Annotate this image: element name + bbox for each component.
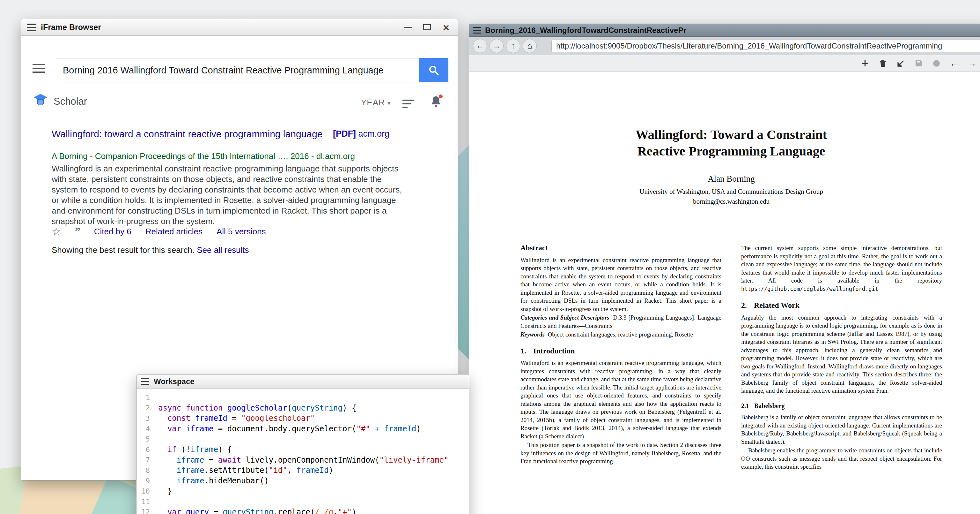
abstract-text: Wallingford is an experimental constrain… [520, 256, 721, 313]
code-line[interactable]: 10 } [137, 486, 469, 496]
block-button[interactable] [929, 57, 943, 70]
minimize-button[interactable] [403, 23, 413, 32]
window-titlebar[interactable]: iFrame Browser × [21, 19, 458, 36]
paper: Wallingford: Toward a Constraint Reactiv… [520, 72, 942, 471]
close-button[interactable]: × [441, 23, 451, 32]
line-number: 11 [137, 498, 158, 506]
line-number: 6 [137, 446, 158, 454]
categories-paragraph: Categories and Subject Descriptors D.3.3… [520, 313, 721, 330]
code-line[interactable]: 8 iframe.setAttribute("id", frameId) [137, 465, 469, 476]
next-page-button[interactable]: → [965, 57, 979, 70]
section-2-heading: 2.Related Work [741, 302, 942, 310]
window-title: Workspace [154, 377, 194, 386]
line-number: 10 [137, 487, 158, 495]
alerts-bell-icon[interactable] [431, 95, 442, 108]
url-input[interactable] [551, 40, 980, 53]
keywords-paragraph: Keywords Object constraint languages, re… [520, 330, 721, 339]
line-number: 4 [137, 425, 158, 433]
up-button[interactable]: ↑ [506, 39, 520, 53]
cite-quote-icon[interactable]: ” [75, 227, 80, 236]
delete-trash-button[interactable] [875, 57, 890, 70]
line-number: 9 [137, 477, 158, 485]
save-star-icon[interactable]: ☆ [52, 225, 61, 238]
code-line[interactable]: 11 [137, 496, 469, 507]
code-line[interactable]: 6 if (!iframe) { [137, 444, 469, 455]
section-1-paragraph: This position paper is a snapshot of the… [520, 441, 721, 466]
result-title-link[interactable]: Wallingford: toward a constraint reactiv… [52, 128, 329, 140]
filter-icon[interactable] [402, 100, 414, 108]
window-titlebar[interactable]: Borning_2016_WallingfordTowardConstraint… [469, 24, 980, 37]
right-column-paragraph: The current system supports some simple … [741, 244, 942, 293]
back-button[interactable]: ← [473, 39, 487, 53]
scholar-logo-icon[interactable] [33, 93, 48, 107]
pdf-tag: [PDF] [333, 129, 356, 139]
code-line[interactable]: 1 [137, 393, 469, 403]
result-byline: A Borning - Companion Proceedings of the… [52, 151, 355, 161]
pdf-source: acm.org [358, 129, 390, 139]
scholar-brand[interactable]: Scholar [54, 96, 87, 107]
pdf-page: Wallingford: Toward a Constraint Reactiv… [469, 72, 980, 514]
save-button[interactable] [911, 57, 926, 70]
abstract-heading: Abstract [520, 244, 721, 252]
maximize-button[interactable] [422, 23, 432, 32]
line-number: 5 [137, 435, 158, 443]
edit-button[interactable] [893, 57, 908, 70]
line-number: 12 [137, 508, 158, 514]
pdf-actionbar: ← → [469, 55, 980, 72]
section-2-1-paragraph: Babelsberg is a family of object constra… [741, 413, 942, 446]
code-line[interactable]: 7 iframe = await lively.openComponentInW… [137, 455, 469, 466]
paper-author: Alan Borning [520, 174, 942, 184]
pdf-viewer-window: Borning_2016_WallingfordTowardConstraint… [469, 24, 980, 514]
result-snippet: Wallingford is an experimental constrain… [52, 163, 408, 227]
all-versions-link[interactable]: All 5 versions [216, 227, 266, 236]
window-title: iFrame Browser [41, 23, 101, 32]
window-menu-icon[interactable] [27, 24, 37, 31]
line-number: 3 [137, 414, 158, 422]
add-button[interactable] [858, 57, 872, 70]
search-button[interactable] [419, 58, 449, 82]
repo-url-link[interactable]: https://github.com/cdglabs/wallingford.g… [741, 286, 878, 292]
line-number: 1 [137, 394, 158, 402]
pdf-navbar: ← → ↑ ⌂ [469, 37, 980, 55]
year-filter-dropdown[interactable]: YEAR▾ [361, 98, 391, 108]
code-line[interactable]: 12 var query = queryString.replace(/ /g,… [137, 507, 469, 514]
window-titlebar[interactable]: Workspace [137, 375, 469, 388]
related-articles-link[interactable]: Related articles [145, 227, 202, 236]
window-menu-icon[interactable] [473, 27, 481, 34]
result-footer: Showing the best result for this search.… [52, 245, 249, 255]
cited-by-link[interactable]: Cited by 6 [94, 227, 131, 236]
code-line[interactable]: 3 const frameId = "googlescholoar" [137, 413, 469, 424]
section-1-heading: 1.Introduction [520, 347, 721, 355]
chevron-down-icon: ▾ [387, 100, 391, 107]
paper-title: Wallingford: Toward a Constraint Reactiv… [520, 126, 942, 159]
workspace-window: Workspace 12async function googleScholar… [136, 374, 469, 514]
result-pdf-link[interactable]: [PDF] acm.org [333, 129, 390, 139]
paper-email: borning@cs.washington.edu [520, 198, 942, 206]
forward-button[interactable]: → [490, 39, 504, 53]
section-2-1-heading: 2.1Babelsberg [741, 402, 942, 410]
scholar-menu-icon[interactable] [33, 64, 45, 73]
window-menu-icon[interactable] [141, 378, 149, 385]
home-button[interactable]: ⌂ [523, 39, 537, 53]
section-2-paragraph: Arguably the most common approach to int… [741, 313, 942, 395]
notification-dot [439, 94, 443, 98]
footer-text: Showing the best result for this search. [52, 245, 194, 255]
paper-left-column: Abstract Wallingford is an experimental … [520, 244, 721, 471]
line-number: 7 [137, 456, 158, 464]
section-2-1-paragraph: Babelsberg enables the programmer to wri… [741, 446, 942, 471]
code-line[interactable]: 2async function googleScholar(queryStrin… [137, 403, 469, 413]
code-line[interactable]: 5 [137, 434, 469, 444]
result-actions-row: ☆ ” Cited by 6 Related articles All 5 ve… [52, 225, 266, 238]
line-number: 8 [137, 466, 158, 474]
window-title: Borning_2016_WallingfordTowardConstraint… [485, 26, 686, 35]
line-number: 2 [137, 404, 158, 412]
see-all-results-link[interactable]: See all results [197, 245, 249, 255]
search-input[interactable] [57, 58, 419, 82]
search-icon [428, 64, 439, 76]
previous-page-button[interactable]: ← [947, 57, 961, 70]
code-line[interactable]: 9 iframe.hideMenubar() [137, 476, 469, 486]
paper-affiliation: University of Washington, USA and Commun… [520, 188, 942, 196]
code-line[interactable]: 4 var iframe = document.body.querySelect… [137, 424, 469, 434]
paper-right-column: The current system supports some simple … [741, 244, 942, 471]
code-editor[interactable]: 12async function googleScholar(queryStri… [137, 388, 469, 514]
